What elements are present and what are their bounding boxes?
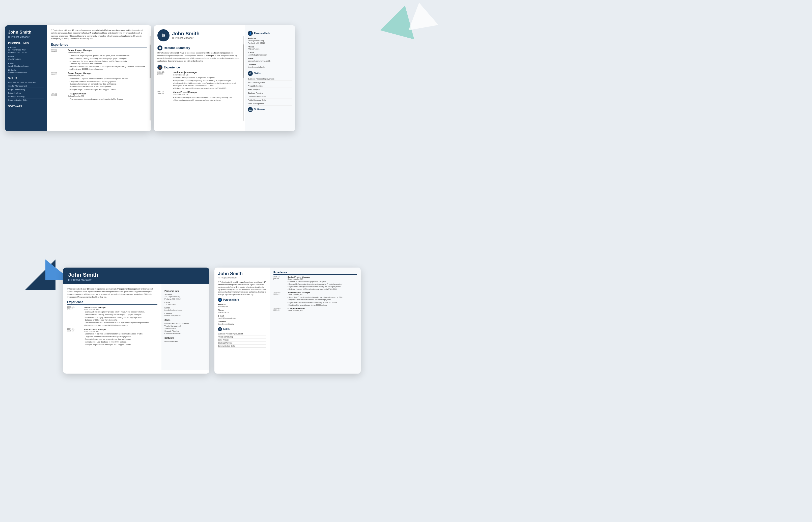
card3-skill-3: Sales Analysis [165, 327, 206, 330]
card2-linkedin: linkedin.com/johnutw [248, 66, 292, 68]
card4-j2-b2: Diagnosed problems with hardware and ope… [288, 299, 357, 301]
card3-j2-b3: Successfully migrated two servers to new… [84, 338, 158, 341]
card4-exp-heading: Experience [273, 271, 357, 275]
card3-phone-lbl: Phone [165, 301, 206, 303]
card1-skill-6: Communication Skills [8, 98, 44, 102]
card3-left-col: IT Professional with over 10 years of ex… [63, 284, 162, 370]
card3-phone: 774-987-4009 [165, 303, 206, 306]
card1-personal-info-heading: Personal Info [8, 42, 44, 45]
card3-header: John Smith IT Project Manager [63, 267, 209, 284]
card3-skill-4: Strategic Planning [165, 330, 206, 332]
card3-j1-b2: Responsible for creating, improving, and… [84, 314, 158, 316]
card1-job2-bullet2: Diagnosed problems with hardware and ope… [69, 80, 147, 83]
card1-job3-company: Seton Hospital, ME [68, 95, 86, 97]
card2-skill-1: Business Process Improvement [248, 77, 292, 81]
card1-job1-title: Senior Project Manager [68, 49, 92, 52]
card4-skill-2: Project Scheduling [218, 336, 266, 339]
resume-card-4: John Smith IT Project Manager IT Profess… [214, 267, 361, 374]
card3-right-col: Personal Info Address 134 Rightward Way … [162, 284, 209, 370]
card1-job2-title: Junior Project Manager [68, 72, 91, 75]
card3-job1-co: Seton Hospital, ME [84, 308, 106, 310]
card2-addr2: Portland, ME, 04019 [248, 42, 292, 44]
card2-www-label: WWW [248, 58, 292, 60]
card1-job3-date: 2002-08 -2004-09 [51, 93, 66, 97]
card2-person-icon: 👤 [248, 31, 253, 36]
card4-job2-title: Junior Project Manager [288, 292, 310, 294]
card4-email-lbl: E-mail [218, 315, 266, 317]
card4-job1-date: 2006-12 -present [273, 276, 286, 280]
card3-j2-b4: Maintained the user database of over 300… [84, 341, 158, 343]
card4-job3-title: IT Support Officer [288, 307, 305, 310]
card1-software-heading: Software [8, 105, 44, 108]
card1-job2-date: 2004-09 -2006-12 [51, 72, 66, 77]
card1-skills-heading: Skills [8, 77, 44, 80]
card1-job1-bullet4: Cut costs by 32% in less than six months… [69, 63, 147, 65]
card1-job2-header: 2004-09 -2006-12 Junior Project Manager … [51, 72, 147, 77]
card3-job2-co: Seton Hospital, ME [84, 330, 106, 332]
card3-linkedin: linkedin.com/johnutw [165, 315, 206, 317]
card2-job1-b3: Implemented the highly successful Lean T… [173, 82, 241, 87]
card3-j2-b1: Streamlined IT logistics and administrat… [84, 333, 158, 335]
card3-name: John Smith [68, 272, 204, 278]
card2-skills-heading: ⚙ Skills [248, 71, 292, 76]
card4-summary: IT Professional with over 10 years of ex… [218, 281, 266, 296]
card1-phone: 774-987-4009 [8, 58, 44, 61]
card3-job2: 2004-09 -2006-12 Junior Project Manager … [67, 328, 158, 332]
card2-job2-title: Junior Project Manager [173, 91, 232, 94]
card4-person-icon: 👤 [218, 298, 222, 302]
card4-job3: 2002-08 -2004-09 IT Support Officer Seto… [273, 307, 357, 312]
card3-j2-b2: Diagnosed problems with hardware and ope… [84, 336, 158, 338]
card1-summary: IT Professional with over 10 years of ex… [51, 29, 147, 40]
card2-email: j.smith@uptowork.com [248, 54, 292, 56]
card3-software-heading: Software [165, 337, 206, 339]
card3-software-1: Microsoft Project [165, 340, 206, 343]
card3-j1-b1: Oversaw all major hospital IT projects f… [84, 311, 158, 313]
card1-job2-bullet1: Streamlined IT logistics and administrat… [69, 78, 147, 80]
card2-job2-b2: Diagnosed problems with hardware and ope… [173, 99, 232, 101]
card4-j1-b2: Responsible for creating, improving, and… [288, 283, 357, 285]
card2-skill-3: Project Scheduling [248, 84, 292, 88]
card3-linkedin-lbl: LinkedIn [165, 312, 206, 315]
card3-summary: IT Professional with over 10 years of ex… [67, 288, 158, 298]
card1-job2-company: Seton Hospital, ME [68, 75, 91, 77]
card1-title: IT Project Manager [8, 36, 44, 38]
card2-skill-4: Sales Analysis [248, 88, 292, 92]
card4-phone-lbl: Phone [218, 309, 266, 311]
card1-skill-5: Strategic Planning [8, 95, 44, 98]
card1-skill-1: Business Process Improvement [8, 81, 44, 84]
card4-skill-3: Sales Analysis [218, 339, 266, 342]
card1-job1-header: 2006-12 -present Senior Project Manager … [51, 49, 147, 54]
card3-j1-b3: Implemented the highly successful Lean T… [84, 316, 158, 319]
card2-name: John Smith [172, 31, 200, 37]
card2-software-icon: 💻 [248, 107, 253, 112]
card2-avatar: js [158, 29, 169, 41]
card3-job1-title: Senior Project Manager [84, 306, 106, 308]
card3-job2-title: Junior Project Manager [84, 328, 106, 330]
card2-right-col: 👤 Personal Info Address 134 Rightward Wa… [245, 25, 295, 131]
card2-phone: 774-987-4009 [248, 48, 292, 51]
card4-right-col: Experience 2006-12 -present Senior Proje… [270, 267, 361, 374]
card4-personal-heading: 👤 Personal Info [218, 298, 266, 302]
resume-card-3: John Smith IT Project Manager IT Profess… [63, 267, 209, 374]
card2-phone-label: Phone [248, 46, 292, 48]
card3-email-lbl: E-mail [165, 307, 206, 309]
card1-name: John Smith [8, 30, 44, 35]
card1-job1-date: 2006-12 -present [51, 49, 66, 54]
card2-job1-title: Senior Project Manager [173, 71, 241, 74]
card3-personal-heading: Personal Info [165, 290, 206, 292]
card2-skill-5: Strategic Planning [248, 92, 292, 95]
card3-skills-heading: Skills [165, 319, 206, 321]
card2-www: uptowork.com/mycv/j.smith [248, 60, 292, 62]
resume-card-2: js John Smith IT Project Manager 📋 Resum… [154, 25, 295, 131]
card1-scrollbar[interactable] [150, 36, 151, 121]
card3-job1: 2006-12 -present Senior Project Manager … [67, 306, 158, 310]
card1-job1-bullet5: Reduced the costs of IT maintenance in 2… [69, 65, 147, 71]
card4-j2-b4: Maintained the user database of over 300… [288, 304, 357, 306]
card2-scrollbar[interactable] [243, 36, 244, 121]
card4-addr1: Portland, ME [218, 305, 266, 308]
card1-job3-bullet1: Provided support for project managers an… [69, 98, 147, 100]
card2-software-heading: 💻 Software [248, 107, 292, 112]
card2-job1-b2: Responsible for creating, improving, and… [173, 79, 241, 82]
card2-title: IT Project Manager [172, 37, 200, 39]
card4-j1-b4: Reduced the costs of IT infrastructure m… [288, 288, 357, 290]
